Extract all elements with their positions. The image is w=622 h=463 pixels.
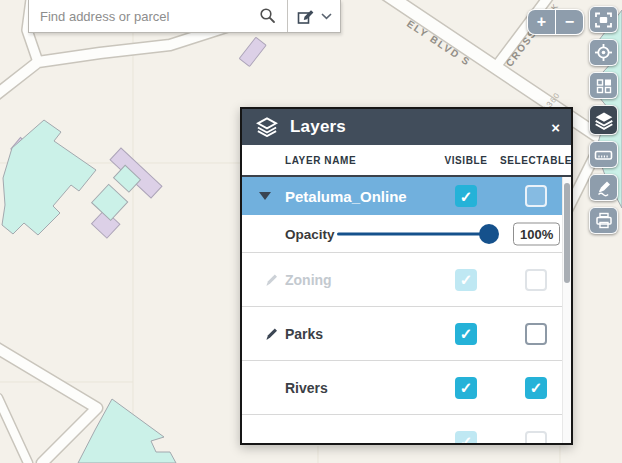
draw-button[interactable] [589,174,618,201]
basemap-button[interactable] [589,72,618,99]
locate-button[interactable] [589,39,618,66]
chevron-down-icon [321,13,332,20]
layers-icon [256,117,278,137]
address-search-bar [28,0,341,33]
search-button[interactable] [249,0,287,32]
zoom-control: + − [527,9,584,35]
selectable-checkbox[interactable] [525,269,547,291]
print-icon [595,212,613,230]
layers-panel-header: Layers × [242,109,571,145]
layers-panel: Layers × LAYER NAME VISIBLE SELECTABLE P… [240,107,573,445]
locate-crosshair-icon [594,43,613,62]
map-toolbar [589,6,618,234]
layer-row-zoning: Zoning [242,252,571,306]
opacity-value[interactable]: 100% [513,222,560,245]
layers-icon [594,111,614,130]
edit-pencil-icon [264,326,279,341]
opacity-slider-track[interactable] [337,232,495,235]
layer-name: Rivers [285,380,328,396]
panel-scrollbar-thumb[interactable] [564,183,570,283]
column-visible: VISIBLE [426,155,506,166]
layer-group-name: Petaluma_Online [285,188,407,205]
selectable-checkbox[interactable] [525,323,547,345]
layer-row-partial [242,414,571,445]
panel-title: Layers [290,117,346,137]
print-button[interactable] [589,207,618,234]
draw-pencil-icon [595,179,613,197]
panel-scrollbar-track[interactable] [562,177,571,443]
close-icon[interactable]: × [551,120,560,135]
measure-ruler-icon [594,146,613,164]
collapse-triangle-icon[interactable] [259,192,271,200]
column-selectable: SELECTABLE [496,155,573,166]
basemap-grid-icon [595,77,613,95]
opacity-label: Opacity [285,226,335,241]
column-header-row: LAYER NAME VISIBLE SELECTABLE [242,145,571,177]
search-input[interactable] [29,0,249,32]
layer-name: Zoning [285,272,332,288]
draw-tool-button[interactable] [288,0,340,32]
layer-group-row: Petaluma_Online [242,177,571,215]
zoom-in-button[interactable]: + [528,10,555,34]
visible-checkbox[interactable] [455,377,477,399]
layer-name: Parks [285,326,323,342]
layer-row-rivers: Rivers [242,360,571,414]
fullscreen-extent-icon [594,11,613,29]
measure-button[interactable] [589,141,618,168]
visible-checkbox[interactable] [455,323,477,345]
group-selectable-checkbox[interactable] [525,185,547,207]
selectable-checkbox[interactable] [525,377,547,399]
map-viewer: { "search": { "placeholder": "Find addre… [0,0,622,463]
search-icon [259,7,277,25]
selectable-checkbox[interactable] [525,431,547,446]
zoom-out-button[interactable]: − [556,10,583,34]
opacity-slider-thumb[interactable] [479,224,499,244]
column-layer-name: LAYER NAME [285,155,356,166]
layer-row-parks: Parks [242,306,571,360]
edit-pencil-icon [264,272,279,287]
draw-square-pencil-icon [297,7,316,25]
visible-checkbox[interactable] [455,269,477,291]
fullscreen-extent-button[interactable] [589,6,618,33]
layers-button[interactable] [589,105,618,135]
visible-checkbox[interactable] [455,431,477,446]
opacity-row: Opacity 100% [242,215,571,252]
group-visible-checkbox[interactable] [455,185,477,207]
